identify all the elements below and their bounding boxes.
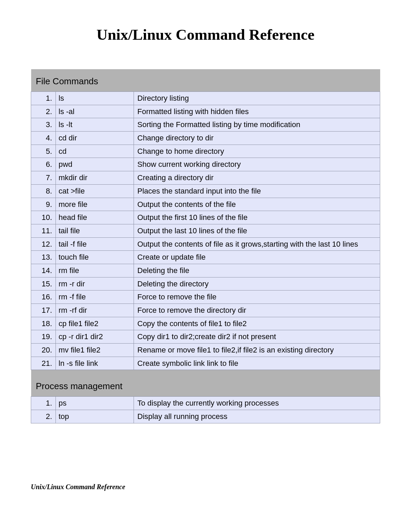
command-text: cat >file [56,184,134,198]
command-text: rm -rf dir [56,304,134,317]
page-title: Unix/Linux Command Reference [31,26,380,44]
row-number: 16. [31,290,56,304]
row-number: 19. [31,330,56,344]
description-text: Formatted listing with hidden files [134,105,380,118]
description-text: Copy the contents of file1 to file2 [134,317,380,330]
row-number: 21. [31,357,56,370]
row-number: 18. [31,317,56,330]
table-row: 15.rm -r dirDeleting the directory [31,277,380,290]
row-number: 2. [31,410,56,423]
table-row: 8.cat >filePlaces the standard input int… [31,184,380,198]
table-row: 21.ln -s file linkCreate symbolic link l… [31,357,380,370]
table-row: 4.cd dirChange directory to dir [31,132,380,145]
row-number: 1. [31,397,56,410]
description-text: Directory listing [134,92,380,105]
row-number: 7. [31,171,56,185]
row-number: 6. [31,158,56,171]
row-number: 13. [31,251,56,264]
table-row: 17.rm -rf dirForce to remove the directo… [31,304,380,317]
command-text: rm -r dir [56,277,134,290]
row-number: 12. [31,237,56,251]
description-text: Force to remove the file [134,290,380,304]
row-number: 14. [31,264,56,277]
description-text: Sorting the Formatted listing by time mo… [134,118,380,132]
row-number: 1. [31,92,56,105]
table-row: 1.lsDirectory listing [31,92,380,105]
description-text: Create symbolic link link to file [134,357,380,370]
description-text: Rename or move file1 to file2,if file2 i… [134,344,380,357]
section-heading: File Commands [31,69,380,92]
command-text: tail file [56,224,134,237]
command-text: touch file [56,251,134,264]
row-number: 3. [31,118,56,132]
table-row: 14.rm fileDeleting the file [31,264,380,277]
table-row: 3.ls -ltSorting the Formatted listing by… [31,118,380,132]
table-row: 5.cdChange to home directory [31,145,380,158]
description-text: Force to remove the directory dir [134,304,380,317]
command-text: ps [56,397,134,410]
command-text: head file [56,211,134,224]
row-number: 20. [31,344,56,357]
command-text: more file [56,198,134,211]
command-text: cd [56,145,134,158]
section-heading: Process management [31,370,380,397]
table-row: 18.cp file1 file2Copy the contents of fi… [31,317,380,330]
command-text: cd dir [56,132,134,145]
row-number: 4. [31,132,56,145]
row-number: 10. [31,211,56,224]
row-number: 15. [31,277,56,290]
row-number: 9. [31,198,56,211]
table-row: 9.more fileOutput the contents of the fi… [31,198,380,211]
command-text: ls -al [56,105,134,118]
command-text: top [56,410,134,423]
description-text: Display all running process [134,410,380,423]
description-text: Output the contents of the file [134,198,380,211]
table-row: 13.touch fileCreate or update file [31,251,380,264]
command-text: tail -f file [56,237,134,251]
table-row: 10.head fileOutput the first 10 lines of… [31,211,380,224]
table-row: 2.ls -alFormatted listing with hidden fi… [31,105,380,118]
description-text: Change directory to dir [134,132,380,145]
description-text: Deleting the file [134,264,380,277]
command-text: cp -r dir1 dir2 [56,330,134,344]
description-text: Creating a directory dir [134,171,380,185]
table-row: 11.tail fileOutput the last 10 lines of … [31,224,380,237]
description-text: Deleting the directory [134,277,380,290]
command-text: mkdir dir [56,171,134,185]
table-row: 1.psTo display the currently working pro… [31,397,380,410]
command-text: ls [56,92,134,105]
command-text: ln -s file link [56,357,134,370]
command-text: rm -f file [56,290,134,304]
table-row: 16.rm -f fileForce to remove the file [31,290,380,304]
description-text: Create or update file [134,251,380,264]
table-row: 20.mv file1 file2Rename or move file1 to… [31,344,380,357]
description-text: Places the standard input into the file [134,184,380,198]
description-text: Output the last 10 lines of the file [134,224,380,237]
row-number: 11. [31,224,56,237]
description-text: Change to home directory [134,145,380,158]
table-row: 12.tail -f fileOutput the contents of fi… [31,237,380,251]
row-number: 8. [31,184,56,198]
description-text: Copy dir1 to dir2;create dir2 if not pre… [134,330,380,344]
command-text: rm file [56,264,134,277]
footer-text: Unix/Linux Command Reference [31,483,125,491]
row-number: 2. [31,105,56,118]
table-row: 19.cp -r dir1 dir2Copy dir1 to dir2;crea… [31,330,380,344]
table-row: 2.topDisplay all running process [31,410,380,423]
row-number: 5. [31,145,56,158]
row-number: 17. [31,304,56,317]
description-text: Output the first 10 lines of the file [134,211,380,224]
table-row: 7.mkdir dirCreating a directory dir [31,171,380,185]
reference-table: File Commands1.lsDirectory listing2.ls -… [31,69,380,423]
command-text: pwd [56,158,134,171]
description-text: Output the contents of file as it grows,… [134,237,380,251]
table-row: 6.pwdShow current working directory [31,158,380,171]
description-text: To display the currently working process… [134,397,380,410]
description-text: Show current working directory [134,158,380,171]
command-text: mv file1 file2 [56,344,134,357]
command-text: ls -lt [56,118,134,132]
command-text: cp file1 file2 [56,317,134,330]
